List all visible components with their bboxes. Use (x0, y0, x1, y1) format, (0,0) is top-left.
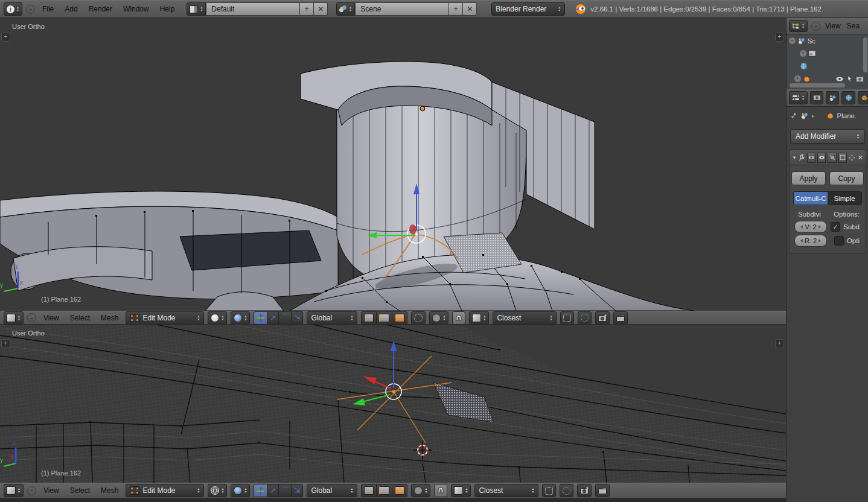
breadcrumb-object-name[interactable]: Plane. (837, 112, 857, 119)
snap-target-select-bottom[interactable]: Closest ▲▼ (474, 484, 538, 497)
manipulator-rotate-icon[interactable]: ⌒ (279, 311, 292, 325)
mode-select-top[interactable]: Edit Mode ▲▼ (126, 311, 204, 325)
menu-mesh-top[interactable]: Mesh (97, 314, 122, 322)
snap-target-select-top[interactable]: Closest ▲▼ (493, 311, 557, 325)
collapse-menus-icon[interactable]: − (26, 5, 35, 14)
manipulator-scale-icon-bottom[interactable]: ⇲ (292, 484, 303, 497)
delete-scene-button[interactable]: ✕ (463, 2, 477, 16)
render-subdivisions-stepper[interactable]: R: 2 (794, 235, 827, 247)
pivot-point-select-top[interactable]: ▲▼ (231, 311, 250, 325)
viewport-shading-select-bottom[interactable]: ▲▼ (208, 484, 227, 497)
breadcrumb-object-icon[interactable] (826, 112, 834, 119)
modifier-cage-toggle[interactable] (838, 153, 847, 163)
snap-toggle-top[interactable] (452, 311, 465, 325)
outliner-menu-view[interactable]: View (824, 22, 842, 30)
editor-type-button-3dview-bottom[interactable]: ▲▼ (4, 484, 24, 497)
stepper-increase-icon-2[interactable] (819, 239, 821, 243)
snap-rotate-align-icon-top[interactable] (578, 311, 592, 325)
catmull-clark-option[interactable]: Catmull-C (794, 192, 828, 205)
opengl-render-image-icon-top[interactable] (595, 311, 610, 325)
outliner-row-world[interactable] (787, 60, 868, 72)
renderability-camera-icon[interactable] (856, 76, 864, 82)
menu-view-bottom[interactable]: View (40, 486, 63, 495)
menu-render[interactable]: Render (85, 5, 116, 13)
menu-mesh-bottom[interactable]: Mesh (97, 486, 122, 495)
simple-option[interactable]: Simple (828, 192, 861, 205)
editor-type-button-info[interactable]: i ▲▼ (4, 2, 22, 16)
checkbox-unchecked-icon[interactable] (834, 236, 844, 246)
pin-icon[interactable] (790, 112, 797, 119)
orientation-select-bottom[interactable]: Global ▲▼ (307, 484, 357, 497)
apply-button[interactable]: Apply (791, 171, 826, 185)
vertex-select-icon[interactable] (361, 311, 377, 325)
snap-rotate-align-icon-bottom[interactable] (560, 484, 573, 497)
snap-peel-icon-bottom[interactable] (542, 484, 556, 497)
editor-type-button-properties[interactable]: ▲▼ (789, 91, 808, 104)
viewport-top[interactable]: z y x User Ortho (1) Plane.162 + + (0, 18, 786, 311)
add-scene-button[interactable]: + (449, 2, 463, 16)
mode-select-bottom[interactable]: Edit Mode ▲▼ (126, 484, 204, 497)
collapse-menus-icon-bottom[interactable]: − (27, 486, 36, 495)
manipulator-axis-icon-bottom[interactable] (254, 484, 267, 497)
scene-name[interactable]: Scene (355, 2, 449, 16)
expand-region-handle-right-bottom[interactable]: + (775, 339, 784, 348)
occlude-geometry-icon[interactable] (411, 311, 426, 325)
tab-world[interactable] (841, 91, 855, 104)
opengl-render-image-icon-bottom[interactable] (577, 484, 592, 497)
face-select-icon[interactable] (392, 311, 407, 325)
outliner-horizontal-scrollbar[interactable] (790, 83, 845, 87)
tab-scene[interactable] (826, 91, 839, 104)
menu-file[interactable]: File (39, 5, 57, 13)
visibility-eye-icon[interactable] (835, 76, 844, 82)
stepper-decrease-icon-2[interactable] (800, 239, 803, 243)
tab-render[interactable] (810, 91, 823, 104)
opengl-render-anim-icon-top[interactable] (613, 311, 628, 325)
menu-select-bottom[interactable]: Select (66, 486, 94, 495)
outliner-collapse-icon[interactable]: − (811, 22, 820, 31)
delete-layout-button[interactable]: ✕ (314, 2, 328, 16)
optimal-display-checkbox[interactable]: Opti (834, 236, 860, 246)
modifier-realtime-toggle[interactable] (817, 153, 826, 163)
modifier-editmode-toggle[interactable] (828, 153, 836, 163)
snap-toggle-bottom[interactable] (434, 484, 447, 497)
expand-region-handle-left-top[interactable]: + (1, 33, 10, 42)
expand-region-handle-right-top[interactable]: + (775, 33, 784, 42)
snap-peel-icon-top[interactable] (560, 311, 574, 325)
manipulator-translate-icon-bottom[interactable]: ↗ (267, 484, 279, 497)
vertex-select-icon-bottom[interactable] (361, 484, 377, 497)
viewport-shading-select-top[interactable]: ▲▼ (208, 311, 227, 325)
proportional-edit-select-top[interactable]: ▲▼ (429, 311, 448, 325)
editor-type-button-outliner[interactable]: ▲▼ (789, 20, 808, 32)
expand-renderlayers-icon[interactable]: + (800, 50, 806, 57)
manipulator-scale-icon[interactable]: ⇲ (292, 311, 303, 325)
viewport-bottom[interactable]: z y x User Ortho (1) Plane.162 + + (0, 325, 786, 483)
expand-region-handle-left-bottom[interactable]: + (1, 339, 10, 348)
manipulator-translate-icon[interactable]: ↗ (267, 311, 279, 325)
outliner-menu-search[interactable]: Sea (846, 22, 861, 30)
pivot-point-select-bottom[interactable]: ▲▼ (231, 484, 250, 497)
selectability-arrow-icon[interactable] (847, 75, 853, 82)
modifier-delete-icon[interactable]: ✕ (858, 154, 863, 162)
render-engine-select[interactable]: Blender Render ▲▼ (491, 2, 565, 16)
menu-add[interactable]: Add (61, 5, 81, 13)
stepper-decrease-icon[interactable] (800, 225, 803, 229)
add-layout-button[interactable]: + (300, 2, 314, 16)
expand-object-icon[interactable]: + (794, 75, 801, 82)
view-subdivisions-stepper[interactable]: V: 2 (794, 221, 827, 233)
editor-type-button-3dview-top[interactable]: ▲▼ (4, 311, 24, 325)
modifier-move-icon[interactable] (849, 154, 855, 162)
collapse-menus-icon-top[interactable]: − (27, 313, 36, 322)
panel-collapse-icon[interactable]: ▼ (792, 155, 797, 160)
subdivide-uvs-checkbox[interactable]: ✓ Subd (831, 222, 860, 232)
edge-select-icon-bottom[interactable] (377, 484, 392, 497)
outliner-row-renderlayers[interactable]: + (787, 47, 868, 60)
proportional-edit-select-bottom[interactable]: ▲▼ (411, 484, 430, 497)
snap-element-select-top[interactable]: ▲▼ (469, 311, 489, 325)
screen-layout-name[interactable]: Default (206, 2, 300, 16)
manipulator-rotate-icon-bottom[interactable]: ⌒ (279, 484, 292, 497)
opengl-render-anim-icon-bottom[interactable] (595, 484, 610, 497)
menu-select-top[interactable]: Select (66, 314, 94, 322)
menu-window[interactable]: Window (120, 5, 153, 13)
menu-help[interactable]: Help (156, 5, 179, 13)
breadcrumb-scene-icon[interactable] (800, 112, 809, 119)
